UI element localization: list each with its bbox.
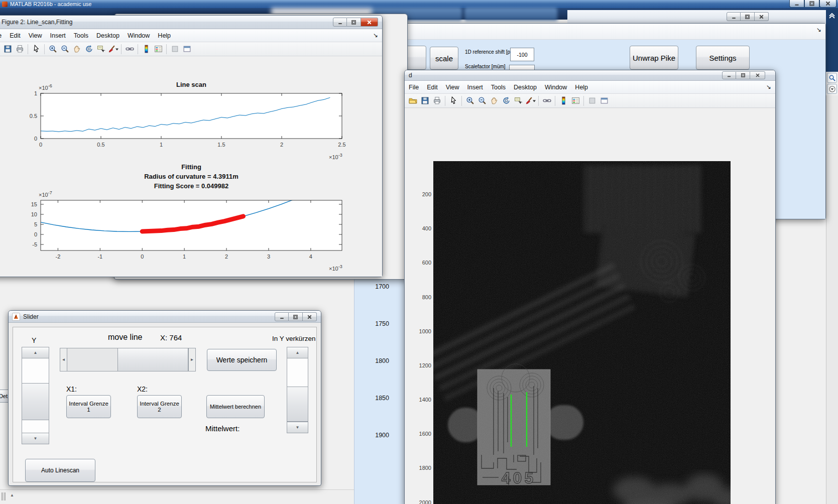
menu-insert[interactable]: Insert	[463, 84, 487, 91]
maximize-button[interactable]	[289, 312, 303, 321]
close-button[interactable]	[819, 0, 836, 8]
link-plots-icon[interactable]	[541, 95, 553, 107]
expand-button[interactable]	[827, 84, 837, 94]
y-slider[interactable]: ▲ ▼	[22, 347, 49, 444]
link-plots-icon[interactable]	[124, 43, 136, 55]
grip-handle[interactable]	[2, 492, 7, 502]
unwrap-pike-button[interactable]: Unwrap Pike	[630, 46, 678, 70]
slider-thumb[interactable]	[117, 348, 188, 371]
menu-view[interactable]: View	[442, 84, 463, 91]
svg-text:2: 2	[225, 254, 228, 260]
rotate-3d-icon[interactable]	[83, 43, 95, 55]
zoom-in-icon[interactable]	[464, 95, 476, 107]
menu-insert[interactable]: Insert	[46, 32, 70, 39]
move-line-slider[interactable]: ◄ ►	[60, 348, 196, 371]
close-button[interactable]	[750, 71, 765, 79]
close-button[interactable]	[755, 12, 769, 21]
zoom-out-icon[interactable]	[476, 95, 488, 107]
slider-thumb[interactable]	[287, 387, 308, 422]
auto-linescan-button[interactable]: Auto Linescan	[25, 459, 95, 482]
zoom-out-icon[interactable]	[59, 43, 71, 55]
dock-window-icon[interactable]	[598, 95, 610, 107]
restore-button[interactable]	[741, 12, 755, 21]
minimize-button[interactable]	[275, 312, 289, 321]
dock-arrow-icon[interactable]: ↘	[766, 83, 771, 90]
menu-help[interactable]: Help	[571, 84, 592, 91]
pan-hand-icon[interactable]	[71, 43, 83, 55]
cursor-icon[interactable]	[30, 43, 42, 55]
zoom-in-icon[interactable]	[47, 43, 59, 55]
slider-up-button[interactable]: ▲	[22, 347, 49, 358]
restore-button[interactable]	[804, 0, 819, 8]
menu-tools[interactable]: Tools	[70, 32, 92, 39]
minimize-button[interactable]	[722, 71, 736, 79]
dock-icon[interactable]	[586, 95, 598, 107]
data-cursor-icon[interactable]	[95, 43, 107, 55]
search-button[interactable]	[827, 73, 837, 83]
menu-edit[interactable]: Edit	[423, 84, 442, 91]
menu-tools[interactable]: Tools	[487, 84, 510, 91]
slider-right-button[interactable]: ►	[188, 348, 195, 371]
settings-button[interactable]: Settings	[696, 46, 750, 70]
toolbar-separator	[138, 44, 138, 54]
menu-file[interactable]: File	[0, 32, 6, 39]
save-icon[interactable]	[2, 43, 14, 55]
slider-thumb[interactable]	[22, 383, 49, 420]
slider-left-button[interactable]: ◄	[60, 348, 67, 371]
colorbar-icon[interactable]	[557, 95, 569, 107]
data-cursor-icon[interactable]	[512, 95, 524, 107]
interval-grenze-1-button[interactable]: Interval Grenze 1	[66, 395, 111, 418]
chevron-up-icon[interactable]	[828, 11, 836, 19]
dock-window-icon[interactable]	[181, 43, 193, 55]
ref-shift-input[interactable]: -100	[510, 48, 534, 61]
microscopy-image[interactable]: 405	[433, 161, 731, 504]
maximize-button[interactable]	[347, 18, 361, 27]
dock-icon[interactable]	[169, 43, 181, 55]
legend-icon[interactable]	[569, 95, 581, 107]
close-button[interactable]	[361, 18, 378, 27]
linescan-plot[interactable]: 00.511.522.500.51Line scan×10-6×10-3	[18, 61, 369, 166]
dock-arrow-icon[interactable]: ↘	[816, 26, 821, 33]
menu-desktop[interactable]: Desktop	[92, 32, 124, 39]
menu-edit[interactable]: Edit	[6, 32, 25, 39]
image-figure-titlebar[interactable]: d	[405, 70, 775, 81]
menu-view[interactable]: View	[25, 32, 46, 39]
menu-file[interactable]: File	[405, 84, 423, 91]
menu-desktop[interactable]: Desktop	[510, 84, 541, 91]
slider-down-button[interactable]: ▼	[22, 433, 49, 444]
restore-button[interactable]	[736, 71, 750, 79]
print-icon[interactable]	[431, 95, 443, 107]
colorbar-icon[interactable]	[140, 43, 152, 55]
menu-window[interactable]: Window	[541, 84, 571, 91]
print-icon[interactable]	[14, 43, 26, 55]
toolbar-separator	[583, 96, 584, 106]
brush-icon[interactable]	[524, 95, 536, 107]
slider-track[interactable]	[67, 348, 117, 371]
close-button[interactable]	[303, 312, 317, 321]
open-folder-icon[interactable]	[407, 95, 419, 107]
minimize-button[interactable]	[333, 18, 347, 27]
fitting-plot[interactable]: -2-101234-5051015FittingRadius of curvat…	[18, 161, 369, 274]
panel-expand-arrow[interactable]: ▲	[10, 493, 14, 497]
cursor-icon[interactable]	[447, 95, 459, 107]
minimize-button[interactable]	[789, 0, 804, 8]
mittelwert-berechnen-button[interactable]: Mittelwert berechnen	[206, 395, 265, 418]
legend-icon[interactable]	[152, 43, 164, 55]
slider-down-button[interactable]: ▼	[287, 422, 308, 433]
save-icon[interactable]	[419, 95, 431, 107]
interval-grenze-2-button[interactable]: Interval Grenze 2	[137, 395, 182, 418]
shorten-y-slider[interactable]: ▲ ▼	[287, 347, 308, 433]
slider-titlebar[interactable]: Slider	[9, 311, 321, 323]
brush-icon[interactable]	[107, 43, 119, 55]
rotate-3d-icon[interactable]	[500, 95, 512, 107]
blurred-tab[interactable]	[464, 8, 557, 21]
slider-up-button[interactable]: ▲	[287, 347, 308, 358]
pan-hand-icon[interactable]	[488, 95, 500, 107]
werte-speichern-button[interactable]: Werte speichern	[207, 349, 277, 371]
dock-arrow-icon[interactable]: ↘	[373, 32, 378, 39]
figure2-titlebar[interactable]: Figure 2: Line_scan,Fitting	[0, 16, 382, 29]
scale-button[interactable]: scale	[430, 47, 458, 70]
menu-help[interactable]: Help	[154, 32, 175, 39]
menu-window[interactable]: Window	[124, 32, 154, 39]
minimize-button[interactable]	[727, 12, 741, 21]
